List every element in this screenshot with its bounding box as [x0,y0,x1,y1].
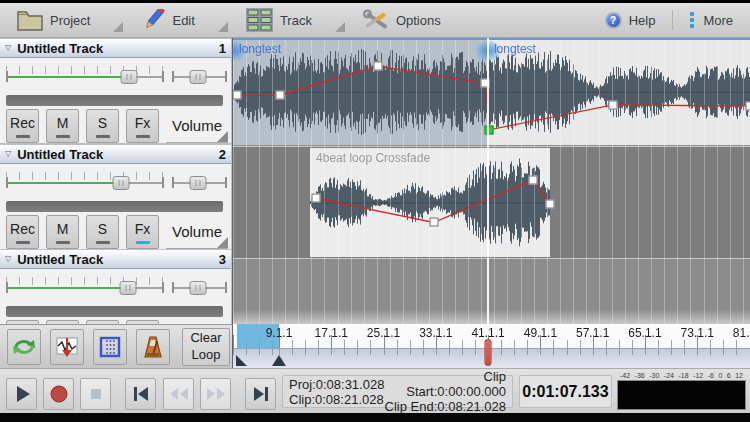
track-lane[interactable]: 4beat loop Crossfade [233,146,750,258]
slider-cap [162,282,164,293]
fast-forward-button[interactable] [200,378,231,410]
envelope-node[interactable] [429,218,438,227]
loop-button[interactable] [7,329,41,365]
track-buttons: Rec M S Fx Volume [6,109,231,143]
collapse-track-icon[interactable]: ▽ [5,255,11,263]
skip-start-button[interactable] [125,378,156,410]
fx-label: Fx [135,115,151,131]
pan-slider[interactable] [172,167,227,197]
track-lane[interactable] [233,258,750,324]
menu-options-label: Options [396,13,441,28]
arrange-area[interactable]: longtestlongtest4beat loop Crossfade [233,38,750,324]
playhead-marker[interactable] [484,339,491,366]
playhead-line[interactable] [487,38,489,324]
track-panel: ▽ Untitled Track 3 Re [0,250,231,324]
rewind-button[interactable] [163,378,194,410]
record-arm-button[interactable]: Rec [6,109,39,143]
record-button[interactable] [43,378,74,410]
db-label: -42 [620,372,630,379]
play-button[interactable] [6,378,37,410]
slider-ticks [6,172,164,180]
volume-slider-handle[interactable] [113,176,130,190]
volume-slider-handle[interactable] [121,70,138,84]
edit-toolbar: Clear Loop [0,324,233,368]
envelope-node[interactable] [373,62,382,71]
db-label: -12 [693,372,703,379]
help-icon: ? [605,12,622,29]
track-header[interactable]: ▽ Untitled Track 3 [0,250,231,269]
slider-ticks [6,277,164,285]
track-header[interactable]: ▽ Untitled Track 2 [0,145,231,164]
db-label: -18 [678,372,688,379]
ruler-bar-label: 9.1.1 [266,326,293,340]
volume-slider-handle[interactable] [119,281,136,295]
pan-slider[interactable] [172,272,227,302]
fx-button[interactable]: Fx [126,215,159,249]
param-select[interactable]: Volume [166,109,228,143]
track-number: 3 [219,252,226,267]
pan-slider[interactable] [172,61,227,91]
grid-button[interactable] [93,329,127,365]
track-sliders [0,167,231,197]
track-level-meter [6,201,223,212]
volume-slider[interactable] [6,61,164,91]
record-icon [48,383,70,405]
track-lane[interactable]: longtestlongtest [233,38,750,146]
slider-cap [225,177,227,188]
current-time-display: 0:01:07.133 [519,375,612,408]
volume-slider[interactable] [6,167,164,197]
envelope-node[interactable] [546,199,555,208]
clear-loop-button[interactable]: Clear Loop [182,328,230,366]
metronome-button[interactable] [136,329,170,365]
param-select[interactable]: Volume [166,215,228,249]
envelope-node[interactable] [608,100,617,109]
record-arm-button[interactable]: Rec [6,215,39,249]
ruler-bar-numbers[interactable]: 9.1.117.1.125.1.133.1.141.1.149.1.157.1.… [233,324,750,348]
menu-project[interactable]: Project [8,3,132,37]
envelope-node[interactable] [528,176,537,185]
db-label: 6 [727,372,731,379]
mute-button[interactable]: M [46,215,79,249]
track-header[interactable]: ▽ Untitled Track 1 [0,39,231,58]
envelope-node[interactable] [311,194,320,203]
pan-slider-handle[interactable] [190,281,207,295]
spinner-corner-icon [217,131,228,142]
timeline-ruler[interactable]: 9.1.117.1.125.1.133.1.141.1.149.1.157.1.… [233,324,750,368]
more-button[interactable]: More [681,12,742,28]
dropdown-corner-icon [335,22,345,32]
fx-button[interactable]: Fx [126,109,159,143]
menu-track[interactable]: Track [237,3,354,37]
slider-cap [162,71,164,82]
punch-marker-button[interactable] [50,329,84,365]
rewind-icon [167,383,191,405]
collapse-track-icon[interactable]: ▽ [5,150,11,158]
volume-slider[interactable] [6,272,164,302]
mute-button[interactable]: M [46,109,79,143]
loop-start-marker[interactable] [236,355,247,366]
track-title: Untitled Track [17,252,219,267]
stop-button[interactable] [80,378,111,410]
envelope-node[interactable] [275,91,284,100]
pencil-icon [141,9,165,31]
skip-end-button[interactable] [245,378,276,410]
envelope-node[interactable] [746,102,750,111]
menu-track-label: Track [280,13,312,28]
solo-button[interactable]: S [86,215,119,249]
menu-edit[interactable]: Edit [132,3,236,37]
envelope-node[interactable] [233,91,242,100]
collapse-track-icon[interactable]: ▽ [5,44,11,52]
transport-bar: Proj:0:08:31.028 Clip:0:08:21.028 Clip S… [0,368,750,413]
skip-start-icon [130,383,152,405]
db-label: 0 [718,372,722,379]
menu-options[interactable]: Options [354,3,450,37]
ruler-bar-label: 33.1.1 [419,326,452,340]
pan-slider-handle[interactable] [190,70,207,84]
help-button[interactable]: ? Help [596,12,665,29]
ruler-marker-strip[interactable] [233,348,750,368]
stop-icon [85,383,107,405]
solo-button[interactable]: S [86,109,119,143]
loop-end-marker[interactable] [272,355,286,366]
pan-slider-handle[interactable] [190,176,207,190]
track-sliders [0,61,231,91]
ruler-strip-ticks [233,349,750,355]
